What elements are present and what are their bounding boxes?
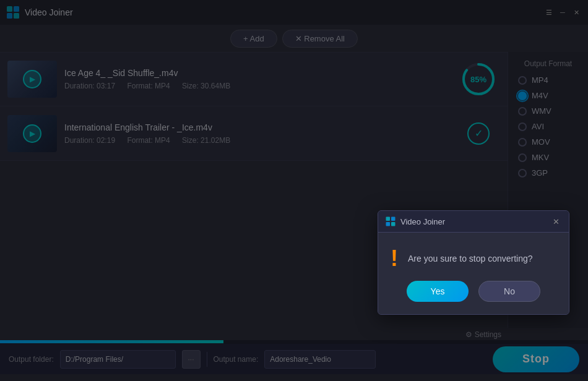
confirm-modal: Video Joiner ✕ ! Are you sure to stop co…: [378, 210, 569, 315]
svg-rect-9: [391, 222, 396, 226]
modal-body: ! Are you sure to stop converting?: [378, 233, 569, 281]
modal-yes-button[interactable]: Yes: [407, 281, 469, 302]
modal-title-row: Video Joiner: [386, 216, 445, 226]
modal-footer: Yes No: [378, 281, 569, 314]
modal-close-button[interactable]: ✕: [550, 216, 561, 227]
svg-rect-7: [391, 217, 396, 221]
modal-app-icon: [386, 216, 396, 226]
modal-message: Are you sure to stop converting?: [408, 254, 533, 263]
modal-header: Video Joiner ✕: [378, 211, 569, 233]
modal-no-button[interactable]: No: [478, 281, 540, 302]
modal-title: Video Joiner: [400, 217, 445, 226]
exclamation-icon: !: [391, 247, 398, 270]
modal-overlay: Video Joiner ✕ ! Are you sure to stop co…: [0, 0, 588, 381]
svg-rect-8: [386, 222, 391, 226]
svg-rect-6: [386, 217, 391, 221]
